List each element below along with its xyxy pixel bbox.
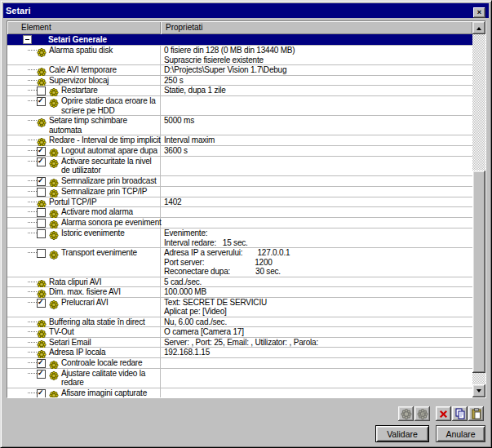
gear-icon	[37, 46, 47, 55]
collapse-toggle-icon[interactable]	[23, 35, 32, 44]
settings-row[interactable]: Adresa IP locala 192.168.1.15	[7, 348, 472, 358]
settings-row[interactable]: Oprire statie daca eroare lascriere pe H…	[7, 96, 472, 116]
scroll-down-icon[interactable]	[472, 384, 485, 397]
row-label: Setare timp schimbareautomata	[49, 116, 127, 135]
tree-stub	[28, 150, 37, 151]
window-title: Setari	[3, 6, 31, 16]
column-header-proprietati[interactable]: Proprietati	[161, 21, 472, 34]
row-label: Oprire statie daca eroare lascriere pe H…	[61, 96, 156, 115]
gear-icon	[37, 327, 47, 336]
row-value: Evenimente:Interval redare: 15 sec.	[161, 228, 472, 247]
row-label: Dim. max. fisiere AVI	[49, 287, 121, 297]
row-checkbox[interactable]	[37, 97, 46, 106]
settings-row[interactable]: Redare - Interval de timp implicit Inter…	[7, 135, 472, 146]
row-label: Alarma sonora pe eveniment	[61, 218, 162, 228]
scrollbar-thumb[interactable]	[472, 171, 485, 373]
tree-stub	[28, 393, 37, 393]
gear-icon	[49, 86, 59, 95]
gear-icon	[37, 76, 47, 85]
element-cell: Setari Email	[7, 338, 161, 348]
cancel-button[interactable]: Anulare	[436, 425, 485, 442]
row-value: 5000 ms	[161, 116, 472, 135]
settings-row[interactable]: Afisare imagini capturate	[7, 388, 472, 398]
scroll-up-icon[interactable]	[472, 21, 485, 34]
row-label: Ajustare calitate video laredare	[61, 369, 145, 388]
row-checkbox[interactable]	[37, 208, 46, 217]
gear-icon	[49, 207, 59, 216]
settings-row[interactable]: Alarma spatiu disk 0 fisiere din 128 (0 …	[7, 46, 472, 65]
element-cell: Oprire statie daca eroare lascriere pe H…	[7, 96, 161, 115]
vertical-scrollbar[interactable]	[472, 21, 485, 397]
gear-icon	[37, 277, 47, 286]
row-label: Adresa IP locala	[49, 348, 105, 357]
element-cell: Ajustare calitate video laredare	[7, 369, 161, 388]
paste-icon[interactable]	[468, 406, 484, 421]
settings-row[interactable]: Restartare Statie, dupa 1 zile	[7, 86, 472, 96]
row-checkbox[interactable]	[37, 188, 46, 197]
tree-stub	[28, 211, 37, 212]
tree-stub	[28, 373, 37, 374]
gear-icon	[49, 146, 59, 155]
settings-row[interactable]: Supervizor blocaj 250 s	[7, 76, 472, 86]
settings-row[interactable]: Cale AVI temporare D:\Projects\Super Vis…	[7, 65, 472, 76]
tree-stub	[28, 90, 37, 91]
row-value	[161, 157, 472, 175]
row-checkbox[interactable]	[37, 370, 46, 379]
row-value: 100.000 MB	[161, 287, 472, 297]
element-cell: Afisare imagini capturate	[7, 388, 161, 398]
settings-row[interactable]: Prelucrari AVI Text: SECRET DE SERVICIUA…	[7, 298, 472, 317]
settings-row[interactable]: Semnalizare prin TCP/IP	[7, 187, 472, 197]
row-value: Interval maxim	[161, 135, 472, 145]
row-checkbox[interactable]	[37, 177, 46, 186]
element-cell: Logout automat apare dupa	[7, 146, 161, 156]
element-cell: Semnalizare prin broadcast	[7, 176, 161, 186]
row-label: Istoric evenimente	[61, 228, 125, 238]
settings-row[interactable]: Transport evenimente Adresa IP a serveru…	[7, 248, 472, 277]
tree-stub	[28, 222, 37, 223]
row-label: Activare securitate la nivelde utilizato…	[61, 157, 152, 175]
settings-row[interactable]: Alarma sonora pe eveniment	[7, 218, 472, 228]
root-row-setari-generale[interactable]: Setari Generale	[7, 34, 472, 46]
settings-row[interactable]: Rata clipuri AVI 5 cad./sec.	[7, 277, 472, 288]
row-label: Alarma spatiu disk	[49, 46, 113, 55]
row-checkbox[interactable]	[37, 249, 46, 258]
row-checkbox[interactable]	[37, 299, 46, 308]
settings-row[interactable]: Dim. max. fisiere AVI 100.000 MB	[7, 287, 472, 298]
row-checkbox[interactable]	[37, 219, 46, 228]
gear-icon	[49, 96, 59, 105]
titlebar[interactable]: Setari ×	[3, 3, 489, 18]
validate-button[interactable]: Validare	[375, 425, 429, 442]
settings-row[interactable]: Activare mod alarma	[7, 207, 472, 218]
settings-row[interactable]: TV-Out O camera [Camera 17]	[7, 327, 472, 338]
close-icon[interactable]: ×	[473, 7, 485, 18]
row-checkbox[interactable]	[37, 157, 46, 166]
settings-row[interactable]: Istoric evenimente Evenimente:Interval r…	[7, 228, 472, 248]
row-value: 1402	[161, 197, 472, 207]
settings-row[interactable]: Logout automat apare dupa 3600 s	[7, 146, 472, 157]
row-value: Server: , Port: 25, Email: , Utilizator:…	[161, 338, 472, 348]
row-checkbox[interactable]	[37, 389, 46, 398]
copy-icon[interactable]	[452, 406, 468, 421]
settings-row[interactable]: Setari Email Server: , Port: 25, Email: …	[7, 338, 472, 348]
row-label: Logout automat apare dupa	[61, 146, 157, 156]
settings-row[interactable]: Setare timp schimbareautomata 5000 ms	[7, 116, 472, 135]
tree-stub	[28, 291, 37, 292]
settings-row[interactable]: Semnalizare prin broadcast	[7, 176, 472, 187]
delete-icon[interactable]	[436, 406, 451, 421]
settings-row[interactable]: Activare securitate la nivelde utilizato…	[7, 157, 472, 176]
row-checkbox[interactable]	[37, 147, 46, 156]
element-cell: Dim. max. fisiere AVI	[7, 287, 161, 297]
row-value: 250 s	[161, 76, 472, 86]
column-header-element[interactable]: Element	[7, 21, 161, 34]
settings-row[interactable]: Portul TCP/IP 1402	[7, 197, 472, 208]
element-cell: Semnalizare prin TCP/IP	[7, 187, 161, 197]
settings-list: Element Proprietati Setari Generale Alar…	[7, 20, 486, 398]
settings-row[interactable]: Ajustare calitate video laredare	[7, 369, 472, 388]
row-checkbox[interactable]	[37, 86, 46, 95]
row-checkbox[interactable]	[37, 229, 46, 238]
row-checkbox[interactable]	[37, 359, 46, 368]
element-cell: Activare securitate la nivelde utilizato…	[7, 157, 161, 175]
rows-container: Setari Generale Alarma spatiu disk 0 fis…	[7, 34, 472, 397]
settings-row[interactable]: Buffering alta statie în direct Nu, 6.00…	[7, 317, 472, 328]
settings-row[interactable]: Controale locale redare	[7, 358, 472, 369]
